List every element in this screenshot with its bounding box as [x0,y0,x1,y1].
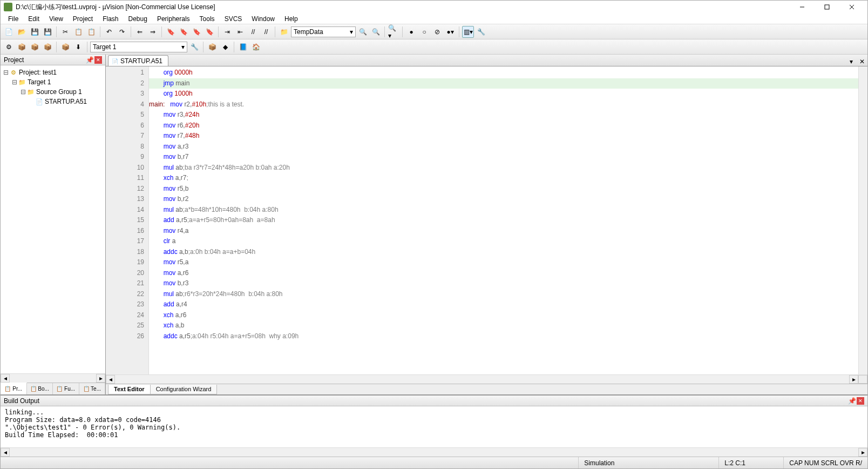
comment-button[interactable]: // [247,26,259,38]
window-layout-button[interactable]: ▥▾ [462,26,474,38]
manage-rte-button[interactable]: ◆ [219,41,231,53]
code-line[interactable]: mul ab;r6*r3=20h*24h=480h b:04h a:80h [149,289,858,300]
code-line[interactable]: mov a,r6 [149,268,858,279]
indent-button[interactable]: ⇥ [221,26,233,38]
cut-button[interactable]: ✂ [59,26,71,38]
code-line[interactable]: jmp main [149,78,858,89]
rebuild-button[interactable]: 📦 [29,41,40,53]
vertical-scrollbar[interactable] [858,66,867,374]
code-line[interactable]: main: mov r2,#10h;this is a test. [149,99,858,110]
download-button[interactable]: ⬇ [72,41,84,53]
undo-button[interactable]: ↶ [103,26,115,38]
paste-button[interactable]: 📋 [85,26,97,38]
code-line[interactable]: org 1000h [149,89,858,99]
scroll-right-button[interactable]: ▸ [849,375,858,384]
bookmark-prev-button[interactable]: 🔖 [178,26,189,38]
menu-debug[interactable]: Debug [124,14,152,24]
collapse-icon[interactable]: ⊟ [11,78,18,86]
code-line[interactable]: mov r3,#24h [149,110,858,120]
breakpoint-enable-button[interactable]: ○ [418,26,430,38]
copy-button[interactable]: 📋 [72,26,84,38]
close-button[interactable] [839,1,864,13]
find-folder-button[interactable]: 📁 [278,26,290,38]
translate-button[interactable]: ⚙ [3,41,15,53]
menu-view[interactable]: View [45,14,67,24]
open-file-button[interactable]: 📂 [16,26,28,38]
panel-close-button[interactable]: ✕ [94,56,102,64]
scroll-right-button[interactable]: ▸ [858,448,867,457]
scroll-left-button[interactable]: ◂ [1,448,10,457]
bookmark-clear-button[interactable]: 🔖 [204,26,215,38]
tab-dropdown-button[interactable]: ▾ [847,57,856,66]
code-line[interactable]: mov r6,#20h [149,120,858,131]
code-line[interactable]: xch a,r7; [149,173,858,184]
code-line[interactable]: xch a,r6 [149,310,858,321]
editor-mode-tab[interactable]: Configuration Wizard [150,385,218,394]
code-line[interactable]: add a,r4 [149,299,858,310]
tree-group[interactable]: ⊟Source Group 1 [2,87,104,97]
build-hscroll[interactable]: ◂ ▸ [1,447,867,457]
nav-back-button[interactable]: ⇐ [134,26,146,38]
build-button[interactable]: 📦 [16,41,28,53]
configure-button[interactable]: 🔧 [475,26,487,38]
menu-svcs[interactable]: SVCS [220,14,247,24]
books-button[interactable]: 📘 [237,41,249,53]
project-tab[interactable]: 📋 Pr... [1,383,27,394]
bookmark-button[interactable]: 🔖 [165,26,177,38]
editor-mode-tab[interactable]: Text Editor [108,385,151,394]
build-output-text[interactable]: linking... Program Size: data=8.0 xdata=… [1,406,867,447]
panel-close-button[interactable]: ✕ [857,397,864,405]
menu-file[interactable]: File [4,14,23,24]
batch-build-button[interactable]: 📦 [42,41,53,53]
menu-edit[interactable]: Edit [24,14,44,24]
find-combo[interactable]: TempData▾ [291,26,356,37]
breakpoint-kill-button[interactable]: ●▾ [444,26,456,38]
menu-help[interactable]: Help [280,14,302,24]
breakpoint-insert-button[interactable]: ● [405,26,417,38]
find-button[interactable]: 🔍 [357,26,369,38]
nav-forward-button[interactable]: ⇒ [147,26,159,38]
project-tree[interactable]: ⊟Project: test1 ⊟Target 1 ⊟Source Group … [1,65,105,373]
menu-peripherals[interactable]: Peripherals [153,14,194,24]
pin-icon[interactable]: 📌 [848,397,856,405]
menu-project[interactable]: Project [69,14,97,24]
debug-button[interactable]: 🔍▾ [388,26,399,38]
find-in-files-button[interactable]: 🔍 [370,26,382,38]
editor-hscroll[interactable]: ◂ ▸ [106,374,867,384]
code-line[interactable]: xch a,b [149,320,858,331]
pin-icon[interactable]: 📌 [86,56,93,64]
tree-target[interactable]: ⊟Target 1 [2,77,104,87]
minimize-button[interactable] [790,1,815,13]
code-line[interactable]: mov r7,#48h [149,131,858,142]
breakpoint-disable-button[interactable]: ⊘ [431,26,443,38]
bookmark-next-button[interactable]: 🔖 [191,26,202,38]
code-line[interactable]: mov b,r2 [149,194,858,205]
code-line[interactable]: addc a,b;a:0h b:04h a=a+b=04h [149,247,858,258]
code-editor[interactable]: org 0000h jmp main org 1000hmain: mov r2… [149,66,858,374]
maximize-button[interactable] [815,1,839,13]
target-combo[interactable]: Target 1▾ [90,42,187,52]
collapse-icon[interactable]: ⊟ [3,69,9,76]
home-button[interactable]: 🏠 [250,41,262,53]
scroll-right-button[interactable]: ▸ [96,374,105,383]
code-line[interactable]: mov b,r3 [149,278,858,289]
menu-window[interactable]: Window [247,14,279,24]
project-tab[interactable]: 📋 Bo... [27,383,53,394]
redo-button[interactable]: ↷ [116,26,128,38]
tree-file[interactable]: STARTUP.A51 [2,97,104,106]
project-hscroll[interactable]: ◂ ▸ [1,373,105,383]
menu-flash[interactable]: Flash [98,14,123,24]
code-line[interactable]: clr a [149,236,858,247]
editor-tab-active[interactable]: STARTUP.A51 [108,55,168,66]
scroll-left-button[interactable]: ◂ [106,375,115,384]
code-line[interactable]: mov r4,a [149,226,858,237]
manage-packs-button[interactable]: 📦 [206,41,218,53]
collapse-icon[interactable]: ⊟ [20,88,26,96]
menu-tools[interactable]: Tools [195,14,219,24]
scroll-left-button[interactable]: ◂ [1,374,10,383]
save-button[interactable]: 💾 [29,26,40,38]
code-line[interactable]: org 0000h [149,68,858,78]
project-tab[interactable]: 📋 Te... [79,383,106,394]
outdent-button[interactable]: ⇤ [234,26,246,38]
code-line[interactable]: mov r5,a [149,257,858,268]
